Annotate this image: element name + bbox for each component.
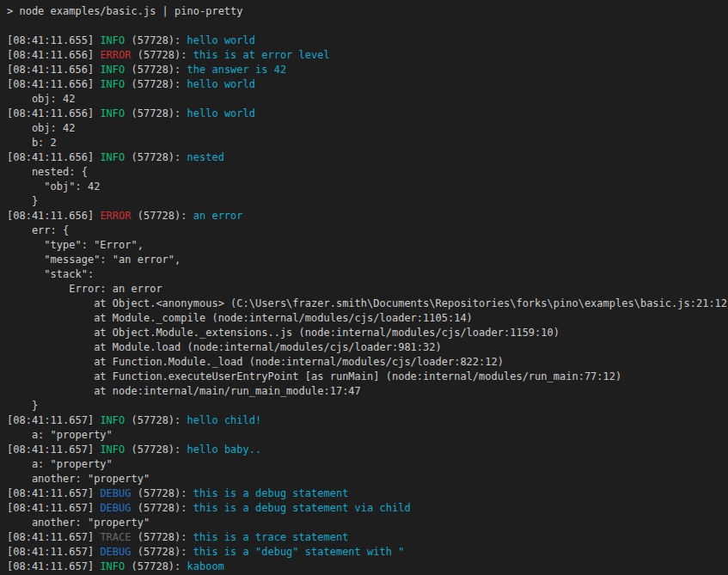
log-detail-line: at Object.<anonymous> (C:\Users\frazer.s… bbox=[7, 297, 728, 311]
log-detail-text: b: 2 bbox=[7, 137, 57, 149]
log-level: INFO bbox=[100, 151, 125, 163]
log-timestamp: [08:41:11.656] bbox=[7, 49, 100, 61]
log-timestamp: [08:41:11.656] bbox=[7, 107, 100, 119]
log-detail-text: "type": "Error", bbox=[7, 239, 144, 251]
log-message: this is a debug statement via child bbox=[193, 502, 411, 514]
command-line: > node examples/basic.js | pino-pretty bbox=[7, 4, 728, 19]
log-pid: (57728): bbox=[125, 414, 187, 426]
log-detail-text: nested: { bbox=[7, 166, 88, 178]
log-level: INFO bbox=[100, 64, 125, 76]
log-line: [08:41:11.656] ERROR (57728): this is at… bbox=[7, 48, 728, 63]
log-message: hello world bbox=[187, 107, 255, 119]
log-detail-line: "type": "Error", bbox=[7, 238, 728, 253]
log-detail-line: a: "property" bbox=[7, 457, 728, 472]
log-detail-text: "obj": 42 bbox=[7, 180, 100, 193]
log-detail-text: at Object.<anonymous> (C:\Users\frazer.s… bbox=[7, 297, 728, 309]
log-detail-line: at Object.Module._extensions..js (node:i… bbox=[7, 326, 728, 340]
log-detail-text: at Object.Module._extensions..js (node:i… bbox=[7, 327, 560, 339]
log-level: DEBUG bbox=[100, 546, 131, 558]
log-detail-line: at Function.executeUserEntryPoint [as ru… bbox=[7, 370, 728, 384]
log-detail-text: obj: 42 bbox=[7, 93, 75, 105]
log-pid: (57728): bbox=[132, 49, 193, 61]
log-detail-text: err: { bbox=[7, 224, 69, 236]
log-level: INFO bbox=[100, 414, 125, 426]
log-line: [08:41:11.657] TRACE (57728): this is a … bbox=[7, 530, 728, 545]
log-pid: (57728): bbox=[132, 210, 193, 222]
log-message: kaboom bbox=[187, 560, 224, 572]
terminal-blank-line bbox=[7, 19, 728, 34]
log-level: DEBUG bbox=[100, 502, 131, 514]
log-detail-text: at Module._compile (node:internal/module… bbox=[7, 312, 473, 324]
log-level: INFO bbox=[100, 34, 125, 46]
log-line: [08:41:11.656] ERROR (57728): an error bbox=[7, 209, 728, 223]
log-detail-text: Error: an error bbox=[7, 283, 162, 295]
log-detail-line: } bbox=[7, 194, 728, 209]
log-timestamp: [08:41:11.655] bbox=[7, 34, 100, 46]
log-detail-line: at Module._compile (node:internal/module… bbox=[7, 311, 728, 326]
log-timestamp: [08:41:11.657] bbox=[7, 443, 100, 456]
log-detail-text: another: "property" bbox=[7, 517, 150, 529]
log-timestamp: [08:41:11.657] bbox=[7, 414, 100, 426]
log-detail-text: obj: 42 bbox=[7, 122, 75, 134]
terminal-output[interactable]: > node examples/basic.js | pino-pretty [… bbox=[0, 0, 728, 575]
log-level: INFO bbox=[100, 560, 125, 572]
log-detail-line: "message": "an error", bbox=[7, 253, 728, 267]
log-pid: (57728): bbox=[125, 64, 187, 76]
log-detail-line: Error: an error bbox=[7, 282, 728, 297]
log-line: [08:41:11.657] DEBUG (57728): this is a … bbox=[7, 545, 728, 560]
log-detail-line: another: "property" bbox=[7, 516, 728, 530]
log-detail-text: a: "property" bbox=[7, 458, 113, 470]
log-message: this is at error level bbox=[193, 49, 330, 61]
log-detail-line: } bbox=[7, 399, 728, 413]
log-detail-line: obj: 42 bbox=[7, 121, 728, 136]
log-line: [08:41:11.655] INFO (57728): hello world bbox=[7, 34, 728, 48]
log-detail-line: err: { bbox=[7, 223, 728, 238]
log-line: [08:41:11.657] INFO (57728): hello child… bbox=[7, 413, 728, 428]
log-detail-line: obj: 42 bbox=[7, 92, 728, 107]
log-level: INFO bbox=[100, 443, 125, 456]
log-pid: (57728): bbox=[132, 531, 193, 543]
log-line: [08:41:11.656] INFO (57728): hello world bbox=[7, 77, 728, 92]
log-timestamp: [08:41:11.657] bbox=[7, 546, 100, 558]
log-detail-line: "stack": bbox=[7, 267, 728, 282]
log-timestamp: [08:41:11.657] bbox=[7, 487, 100, 499]
log-pid: (57728): bbox=[132, 502, 193, 514]
log-detail-text: at node:internal/main/run_main_module:17… bbox=[7, 385, 361, 397]
log-line: [08:41:11.656] INFO (57728): hello world bbox=[7, 107, 728, 121]
log-pid: (57728): bbox=[132, 487, 193, 499]
log-message: hello baby.. bbox=[187, 443, 262, 456]
log-level: DEBUG bbox=[100, 487, 131, 499]
log-line: [08:41:11.656] INFO (57728): nested bbox=[7, 150, 728, 165]
log-pid: (57728): bbox=[125, 78, 187, 90]
log-timestamp: [08:41:11.657] bbox=[7, 560, 100, 572]
log-message: this is a debug statement bbox=[193, 487, 349, 499]
log-line: [08:41:11.657] DEBUG (57728): this is a … bbox=[7, 486, 728, 501]
log-message: the answer is 42 bbox=[187, 64, 287, 76]
log-detail-text: at Function.Module._load (node:internal/… bbox=[7, 356, 504, 368]
log-message: nested bbox=[187, 151, 224, 163]
log-pid: (57728): bbox=[125, 151, 187, 163]
log-level: INFO bbox=[100, 78, 125, 90]
log-message: hello world bbox=[187, 78, 255, 90]
log-detail-line: at node:internal/main/run_main_module:17… bbox=[7, 384, 728, 399]
log-timestamp: [08:41:11.656] bbox=[7, 78, 100, 90]
log-timestamp: [08:41:11.656] bbox=[7, 210, 100, 222]
log-message: hello world bbox=[187, 34, 255, 46]
log-level: ERROR bbox=[100, 210, 131, 222]
log-level: ERROR bbox=[100, 49, 131, 61]
command-text: > node examples/basic.js | pino-pretty bbox=[7, 5, 243, 17]
log-detail-line: nested: { bbox=[7, 165, 728, 180]
log-detail-line: "obj": 42 bbox=[7, 180, 728, 194]
log-detail-line: b: 2 bbox=[7, 136, 728, 150]
log-pid: (57728): bbox=[125, 107, 187, 119]
log-detail-line: at Function.Module._load (node:internal/… bbox=[7, 355, 728, 370]
log-message: an error bbox=[193, 210, 243, 222]
log-line: [08:41:11.657] INFO (57728): hello baby.… bbox=[7, 443, 728, 457]
log-pid: (57728): bbox=[125, 443, 187, 456]
log-detail-line: another: "property" bbox=[7, 472, 728, 486]
log-pid: (57728): bbox=[125, 560, 187, 572]
log-line: [08:41:11.657] DEBUG (57728): this is a … bbox=[7, 501, 728, 516]
log-timestamp: [08:41:11.656] bbox=[7, 151, 100, 163]
log-detail-text: "message": "an error", bbox=[7, 254, 180, 266]
log-timestamp: [08:41:11.657] bbox=[7, 502, 100, 514]
